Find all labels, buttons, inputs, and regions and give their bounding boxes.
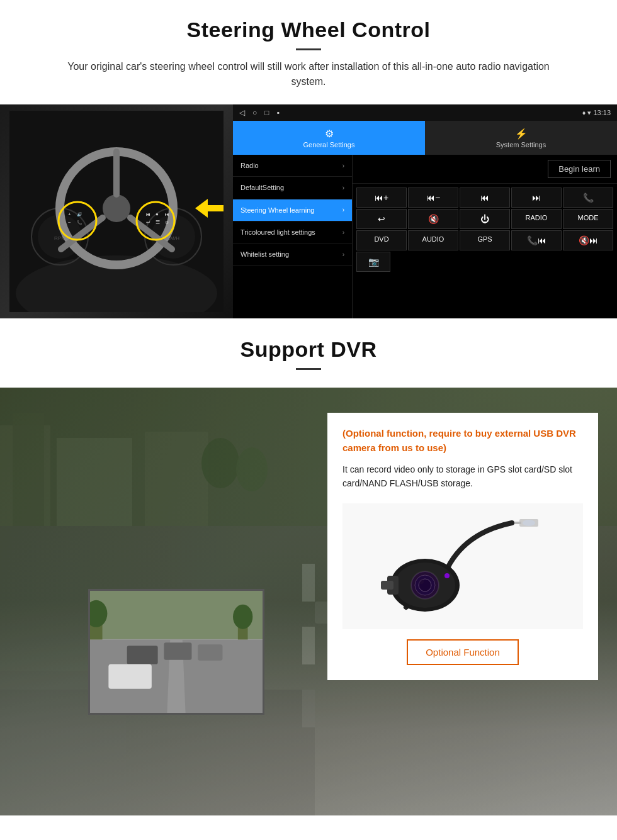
dvr-section-header: Support DVR	[0, 318, 617, 388]
recents-icon[interactable]: □	[264, 108, 269, 117]
menu-icon[interactable]: ▪	[277, 108, 280, 117]
dvr-divider	[296, 368, 321, 370]
menu-item-whitelist-label: Whitelist setting	[241, 250, 289, 259]
system-icon: ⚡	[515, 128, 528, 140]
svg-rect-59	[164, 642, 191, 659]
dvr-section: Support DVR	[0, 318, 617, 815]
svg-text:↩: ↩	[146, 220, 150, 225]
vol-up-btn[interactable]: ⏮+	[356, 188, 407, 208]
svg-text:📞: 📞	[77, 220, 82, 225]
dvd-btn[interactable]: DVD	[356, 230, 407, 250]
menu-item-radio-label: Radio	[241, 161, 259, 170]
dvr-title: Support DVR	[25, 337, 592, 362]
chevron-icon: ›	[342, 184, 344, 191]
menu-item-tricoloured-label: Tricoloured light settings	[241, 228, 315, 237]
svg-rect-33	[57, 438, 132, 526]
svg-point-35	[201, 438, 239, 488]
svg-point-53	[444, 573, 450, 578]
settings-tabs: ⚙ General Settings ⚡ System Settings	[233, 121, 617, 155]
svg-point-9	[103, 194, 130, 222]
control-panel: Begin learn ⏮+ ⏮− ⏮ ⏭ 📞 ↩ 🔇	[353, 155, 617, 318]
dvr-body-text: It can record video only to storage in G…	[342, 462, 583, 491]
back-icon[interactable]: ◁	[239, 108, 245, 117]
power-btn[interactable]: ⏻	[460, 209, 510, 229]
svg-text:●: ●	[156, 211, 159, 217]
preview-road-svg	[90, 589, 263, 715]
tab-general-label: General Settings	[303, 141, 355, 148]
menu-item-whitelist[interactable]: Whitelist setting ›	[233, 244, 352, 266]
control-grid: ⏮+ ⏮− ⏮ ⏭ 📞 ↩ 🔇 ⏻ RADIO MODE	[353, 184, 617, 276]
svg-point-36	[236, 447, 268, 491]
svg-text:+: +	[68, 211, 71, 217]
back-call-btn[interactable]: ↩	[356, 209, 407, 229]
gps-btn[interactable]: GPS	[460, 230, 510, 250]
chevron-icon: ›	[342, 162, 344, 169]
home-icon[interactable]: ○	[252, 108, 257, 117]
android-nav-icons: ◁ ○ □ ▪	[239, 108, 280, 117]
camera-btn[interactable]: 📷	[356, 252, 390, 272]
svg-text:⚙: ⚙	[165, 220, 169, 225]
section1-title: Steering Wheel Control	[25, 18, 592, 42]
svg-rect-28	[302, 564, 315, 602]
svg-point-54	[523, 520, 535, 526]
dvr-background: (Optional function, require to buy exter…	[0, 388, 617, 815]
svg-text:☰: ☰	[156, 220, 160, 225]
svg-rect-34	[145, 432, 208, 526]
vol-down-btn[interactable]: ⏮−	[408, 188, 458, 208]
svg-text:−: −	[68, 220, 71, 225]
radio-btn[interactable]: RADIO	[511, 209, 562, 229]
menu-list: Radio › DefaultSetting › Steering Wheel …	[233, 155, 353, 318]
svg-rect-29	[302, 627, 315, 664]
next-btn[interactable]: ⏭	[511, 188, 562, 208]
mute-btn[interactable]: 🔇	[408, 209, 458, 229]
ctrl-row-2: ↩ 🔇 ⏻ RADIO MODE	[356, 209, 613, 229]
prev-btn[interactable]: ⏮	[460, 188, 510, 208]
chevron-icon: ›	[342, 251, 344, 258]
svg-point-50	[411, 571, 439, 599]
audio-btn[interactable]: AUDIO	[408, 230, 458, 250]
tab-general[interactable]: ⚙ General Settings	[233, 121, 425, 155]
ctrl-row-4: 📷	[356, 252, 613, 272]
svg-rect-60	[198, 644, 222, 660]
svg-point-66	[233, 605, 252, 629]
android-screen: ◁ ○ □ ▪ ♦ ▾ 13:13 ⚙ General Settings ⚡	[233, 104, 617, 318]
svg-text:🔊: 🔊	[77, 211, 82, 217]
chevron-icon: ›	[342, 229, 344, 236]
begin-learn-row: Begin learn	[353, 155, 617, 184]
svg-rect-61	[108, 664, 152, 689]
svg-rect-32	[13, 413, 44, 526]
android-statusbar: ◁ ○ □ ▪ ♦ ▾ 13:13	[233, 104, 617, 121]
ctrl-row-3: DVD AUDIO GPS 📞⏮ 🔇⏭	[356, 230, 613, 250]
begin-learn-button[interactable]: Begin learn	[548, 160, 611, 178]
optional-function-container: Optional Function	[342, 639, 583, 665]
gear-icon: ⚙	[325, 128, 334, 140]
menu-item-tricoloured[interactable]: Tricoloured light settings ›	[233, 221, 352, 244]
tab-system[interactable]: ⚡ System Settings	[425, 121, 617, 155]
svg-rect-58	[127, 646, 158, 664]
section1-divider	[296, 48, 321, 50]
dvr-optional-text: (Optional function, require to buy exter…	[342, 427, 583, 455]
menu-item-default-label: DefaultSetting	[241, 183, 284, 192]
section1-header: Steering Wheel Control Your original car…	[0, 0, 617, 96]
ctrl-row-1: ⏮+ ⏮− ⏮ ⏭ 📞	[356, 188, 613, 208]
steering-wheel-image: RPM KM/H + 🔊 − 📞	[0, 104, 233, 318]
settings-body: Radio › DefaultSetting › Steering Wheel …	[233, 155, 617, 318]
svg-rect-52	[381, 581, 393, 590]
menu-item-radio[interactable]: Radio ›	[233, 155, 352, 177]
svg-text:⏭: ⏭	[165, 212, 169, 216]
camera-svg	[375, 513, 551, 620]
optional-function-button[interactable]: Optional Function	[407, 639, 519, 665]
menu-item-steering-label: Steering Wheel learning	[241, 206, 314, 215]
phone-prev-btn[interactable]: 📞⏮	[511, 230, 562, 250]
mute-next-btn[interactable]: 🔇⏭	[563, 230, 613, 250]
steering-wheel-svg: RPM KM/H + 🔊 − 📞	[9, 111, 224, 312]
status-time: ♦ ▾ 13:13	[582, 109, 611, 117]
phone-btn[interactable]: 📞	[563, 188, 613, 208]
menu-item-steering[interactable]: Steering Wheel learning ›	[233, 199, 352, 221]
svg-text:⏮: ⏮	[146, 212, 150, 216]
sw-main-container: RPM KM/H + 🔊 − 📞	[0, 104, 617, 318]
menu-item-default[interactable]: DefaultSetting ›	[233, 177, 352, 199]
tab-system-label: System Settings	[496, 141, 546, 148]
mode-btn[interactable]: MODE	[563, 209, 613, 229]
dvr-preview-inner	[90, 591, 263, 713]
